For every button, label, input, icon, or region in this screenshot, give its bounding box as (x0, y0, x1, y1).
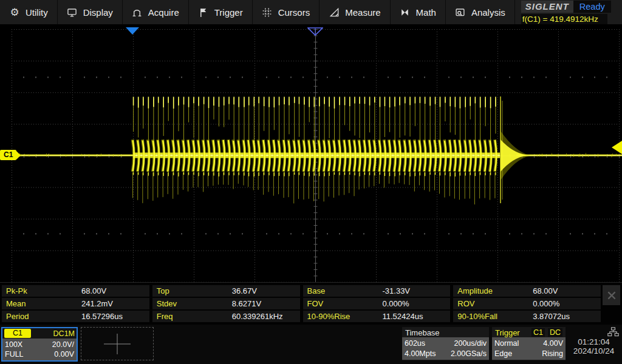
measurement-label: 10-90%Rise (303, 312, 383, 321)
menu-item-label: Measure (345, 7, 380, 18)
menu-bar: ⚙ Utility Display Acquire Trigger (0, 0, 622, 26)
measurement-cell: Period16.57296us (2, 311, 149, 322)
clock-time: 01:21:04 (569, 337, 619, 346)
measurement-cell: Base-31.33V (303, 285, 451, 297)
measurement-label: Pk-Pk (2, 286, 81, 295)
clock-box[interactable]: 01:21:04 2024/10/24 (569, 327, 621, 360)
plus-icon (103, 332, 132, 356)
channel-marker-c1[interactable]: C1 (0, 150, 16, 160)
measurement-value: 60.339261kHz (232, 312, 283, 321)
brand-logo: SIGLENT (521, 1, 573, 13)
timebase-memory-depth: 4.00Mpts (405, 349, 436, 358)
menu-item-label: Cursors (278, 7, 310, 18)
clock-date: 2024/10/24 (569, 346, 619, 356)
measurement-label: Mean (2, 299, 81, 308)
measurement-value: 68.00V (81, 286, 106, 295)
channel-info-box[interactable]: C1 DC1M 100X 20.0V/ FULL 0.00V (1, 327, 78, 362)
measurement-label: Stdev (152, 299, 232, 308)
menu-item-display[interactable]: Display (58, 0, 123, 24)
menu-item-acquire[interactable]: Acquire (123, 0, 189, 24)
menu-item-cursors[interactable]: Cursors (253, 0, 320, 24)
measurement-value: -31.33V (383, 286, 411, 295)
menu-item-label: Utility (26, 7, 48, 18)
timebase-title: Timebase (405, 328, 440, 337)
acquisition-status: Ready (573, 1, 611, 13)
channel-bandwidth: FULL (5, 350, 24, 359)
display-icon (67, 7, 78, 18)
trigger-delay-marker[interactable] (126, 27, 139, 35)
measurement-cell: Freq60.339261kHz (152, 311, 300, 322)
measurement-label: Top (152, 286, 232, 295)
trigger-coupling: DC (548, 328, 562, 337)
measurement-value: 0.000% (533, 299, 559, 308)
bottom-status-bar: C1 DC1M 100X 20.0V/ FULL 0.00V Timebase … (0, 325, 622, 364)
trigger-slope: Rising (542, 349, 563, 358)
menu-item-analysis[interactable]: Analysis (446, 0, 515, 24)
measurement-cell: Pk-Pk68.00V (2, 285, 149, 297)
timebase-scale: 200us/div (454, 339, 487, 348)
measurement-value: 11.52424us (383, 312, 423, 321)
measure-icon (329, 7, 340, 18)
channel-coupling: DC1M (53, 329, 75, 338)
network-icon (607, 327, 619, 337)
measurement-value: 3.87072us (533, 312, 570, 321)
channel-name-chip: C1 (4, 329, 31, 338)
trigger-position-marker[interactable] (307, 27, 323, 38)
measurement-value: 8.6271V (232, 299, 261, 308)
channel-probe: 100X (5, 340, 22, 349)
channel-offset: 0.00V (54, 350, 74, 359)
measurement-label: Freq (152, 312, 232, 321)
trigger-flag-icon (198, 7, 209, 18)
menu-item-trigger[interactable]: Trigger (189, 0, 253, 24)
measurement-grid: Pk-Pk68.00V Top36.67V Base-31.33V Amplit… (2, 285, 601, 322)
menu-item-measure[interactable]: Measure (320, 0, 390, 24)
menu-item-label: Analysis (471, 7, 505, 18)
measurement-cell: Top36.67V (152, 285, 300, 297)
trigger-title: Trigger (495, 328, 520, 337)
status-cluster: SIGLENT Ready f(C1) = 419.4912kHz (521, 0, 607, 24)
analysis-icon (455, 7, 466, 18)
measurement-cell: FOV0.000% (303, 298, 451, 309)
timebase-sample-rate: 2.00GSa/s (451, 349, 487, 358)
measurement-cell: Stdev8.6271V (152, 298, 300, 309)
menu-item-label: Trigger (214, 7, 243, 18)
measurement-value: 0.000% (383, 299, 409, 308)
measurement-label: FOV (303, 299, 383, 308)
menu-item-label: Acquire (148, 7, 179, 18)
channel-scale: 20.0V/ (52, 340, 74, 349)
trigger-level-marker[interactable] (612, 141, 622, 154)
menu-item-label: Math (416, 7, 436, 18)
measurement-cell: ROV0.000% (453, 298, 601, 309)
trigger-info-box[interactable]: Trigger C1 DC Normal 4.00V Edge Rising (492, 327, 566, 360)
measurement-cell: 10-90%Rise11.52424us (303, 311, 451, 322)
cursors-icon (262, 7, 273, 18)
measurement-value: 241.2mV (81, 299, 113, 308)
measurement-cell: Mean241.2mV (2, 298, 149, 309)
measurement-label: Amplitude (453, 286, 533, 295)
frequency-counter: f(C1) = 419.4912kHz (521, 14, 607, 24)
close-icon (606, 290, 617, 301)
measurement-label: ROV (453, 299, 533, 308)
acquire-icon (132, 7, 143, 18)
measurement-cell: Amplitude68.00V (453, 285, 601, 297)
close-measurements-button[interactable] (603, 285, 620, 305)
measurement-label: 90-10%Fall (453, 312, 533, 321)
trigger-level: 4.00V (543, 339, 563, 348)
waveform-display[interactable] (0, 27, 622, 282)
measurement-cell: 90-10%Fall3.87072us (453, 311, 601, 322)
waveform-plot-area: C1 (0, 27, 622, 282)
menu-item-label: Display (83, 7, 113, 18)
timebase-info-box[interactable]: Timebase 602us 200us/div 4.00Mpts 2.00GS… (402, 327, 489, 360)
add-channel-box[interactable] (81, 327, 154, 360)
trigger-mode: Normal (494, 339, 519, 348)
measurement-value: 36.67V (232, 286, 257, 295)
measurement-label: Base (303, 286, 383, 295)
measurement-panel: Pk-Pk68.00V Top36.67V Base-31.33V Amplit… (0, 282, 622, 325)
measurement-label: Period (2, 312, 81, 321)
measurement-value: 16.57296us (81, 312, 123, 321)
measurement-value: 68.00V (533, 286, 558, 295)
menu-item-utility[interactable]: ⚙ Utility (0, 0, 58, 24)
gear-icon: ⚙ (9, 7, 20, 18)
math-icon (400, 7, 411, 18)
menu-item-math[interactable]: Math (391, 0, 446, 24)
